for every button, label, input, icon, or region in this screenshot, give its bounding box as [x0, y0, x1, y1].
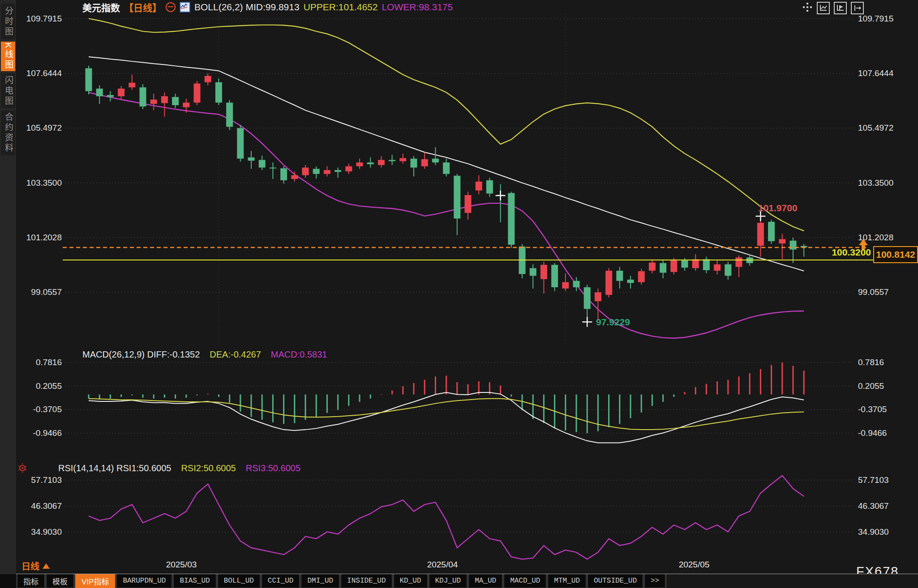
tab-kd-ud[interactable]: KD_UD — [394, 574, 428, 588]
period-tag[interactable]: 【日线】 — [124, 0, 162, 14]
last-price-box[interactable]: 100.8142 — [873, 246, 918, 263]
rsi-alarm-icon[interactable] — [17, 463, 28, 475]
boll-lower-label: LOWER:98.3175 — [382, 2, 453, 13]
sidebar-item-label: K线图 — [3, 43, 13, 71]
tab-dmi-ud[interactable]: DMI_UD — [301, 574, 339, 588]
swing-high-label: 101.9700 — [758, 203, 798, 213]
macd-header: MACD(26,12,9) DIFF:-0.1352 DEA:-0.4267 M… — [82, 349, 327, 360]
macd-axis-tick-right: 0.7816 — [858, 358, 907, 367]
macd-axis-tick-right: -0.9466 — [858, 428, 907, 438]
main-axis-tick-left: 107.6444 — [13, 68, 62, 78]
main-axis-tick-right: 103.3500 — [858, 178, 907, 188]
alert-line-label: 100.3200 — [802, 247, 871, 258]
chevron-up-icon — [43, 563, 50, 569]
rsi-axis-tick-right: 34.9030 — [858, 527, 907, 537]
last-price-value: 100.8142 — [876, 249, 915, 260]
main-axis-tick-right: 101.2028 — [858, 233, 907, 243]
main-axis-tick-left: 105.4972 — [13, 123, 62, 133]
main-axis-tick-right: 99.0557 — [858, 287, 907, 297]
tab-bias-ud[interactable]: BIAS_UD — [173, 574, 216, 588]
main-axis-tick-left: 103.3500 — [13, 178, 62, 188]
tab-macd-ud[interactable]: MACD_UD — [504, 574, 546, 588]
tab-指标[interactable]: 指标 — [17, 574, 45, 588]
pane-exit-icon[interactable] — [851, 2, 864, 14]
tab-outside-ud[interactable]: OUTSIDE_UD — [588, 574, 643, 588]
x-axis-label: 2025/04 — [418, 560, 467, 570]
indicator-tab-bar: 指标模板VIP指标BARUPDN_UDBIAS_UDBOLL_UDCCI_UDD… — [16, 574, 918, 588]
tab-ma-ud[interactable]: MA_UD — [468, 574, 502, 588]
tab-bar-filler — [667, 574, 918, 588]
period-selector-label: 日线 — [21, 559, 39, 572]
main-axis-tick-left: 99.0557 — [13, 287, 62, 297]
macd-value-label: MACD:0.5831 — [271, 349, 327, 360]
main-axis-tick-right: 107.6444 — [858, 68, 907, 78]
flag-chart-icon[interactable] — [834, 2, 847, 14]
macd-diff-label: MACD(26,12,9) DIFF:-0.1352 — [82, 349, 200, 360]
tab-模板[interactable]: 模板 — [46, 574, 74, 588]
macd-axis-tick-right: -0.3705 — [858, 405, 907, 414]
mini-line-chart-icon[interactable] — [180, 2, 190, 13]
rsi-axis-tick-right: 46.3067 — [858, 501, 907, 511]
tab-mtm-ud[interactable]: MTM_UD — [548, 574, 586, 588]
symbol-title: 美元指数 — [82, 0, 120, 14]
app-root: 分时图 K线图 闪电图 合约资料 美元指数 【日线】 BOLL(26,2) MI… — [0, 0, 918, 588]
bottom-left-corner — [0, 574, 16, 588]
rsi1-label: RSI(14,14,14) RSI1:50.6005 — [58, 463, 171, 473]
rsi-axis-tick-right: 57.7103 — [858, 475, 907, 485]
chart-header: 美元指数 【日线】 BOLL(26,2) MID:99.8913 UPPER:1… — [82, 1, 453, 13]
sidebar-item-label: 分时图 — [3, 6, 13, 37]
x-axis-label: 2025/03 — [157, 560, 206, 570]
main-axis-tick-left: 109.7915 — [13, 14, 62, 24]
period-selector[interactable]: 日线 — [21, 559, 50, 572]
macd-dea-label: DEA:-0.4267 — [210, 349, 261, 360]
zoom-out-circle-icon[interactable] — [166, 2, 176, 12]
tab--[interactable]: >> — [644, 574, 665, 588]
tab-vip指标[interactable]: VIP指标 — [75, 574, 115, 588]
rsi2-label: RSI2:50.6005 — [181, 463, 236, 473]
rsi-header: RSI(14,14,14) RSI1:50.6005 RSI2:50.6005 … — [58, 463, 300, 473]
tab-cci-ud[interactable]: CCI_UD — [262, 574, 300, 588]
chart-toolbar — [802, 2, 864, 14]
main-axis-tick-right: 109.7915 — [858, 14, 907, 24]
sidebar-item-label: 合约资料 — [3, 112, 13, 153]
rsi-axis-tick-left: 57.7103 — [13, 475, 62, 485]
sidebar-item-kline-chart[interactable]: K线图 — [1, 42, 15, 71]
sidebar-item-label: 闪电图 — [3, 76, 13, 107]
axes-chart-icon[interactable] — [817, 2, 830, 14]
boll-upper-label: UPPER:101.4652 — [304, 2, 378, 13]
x-axis-label: 2025/05 — [669, 560, 719, 570]
move-crosshair-icon[interactable] — [802, 2, 813, 13]
main-axis-tick-right: 105.4972 — [858, 123, 907, 133]
macd-axis-tick-left: 0.7816 — [13, 358, 62, 367]
macd-axis-tick-right: 0.2055 — [858, 381, 907, 391]
tab-barupdn-ud[interactable]: BARUPDN_UD — [116, 574, 172, 588]
sidebar-item-flash-chart[interactable]: 闪电图 — [1, 73, 15, 108]
rsi-axis-tick-left: 46.3067 — [13, 501, 62, 511]
tab-boll-ud[interactable]: BOLL_UD — [218, 574, 260, 588]
tab-inside-ud[interactable]: INSIDE_UD — [341, 574, 392, 588]
main-axis-tick-left: 101.2028 — [13, 233, 62, 243]
swing-low-label: 97.9229 — [596, 317, 630, 328]
rsi-axis-tick-left: 34.9030 — [13, 527, 62, 537]
tab-kdj-ud[interactable]: KDJ_UD — [429, 574, 468, 588]
boll-indicator-label: BOLL(26,2) MID:99.8913 — [194, 2, 300, 13]
macd-axis-tick-left: -0.9466 — [13, 428, 62, 438]
macd-axis-tick-left: -0.3705 — [13, 405, 62, 414]
rsi3-label: RSI3:50.6005 — [246, 463, 300, 473]
macd-axis-tick-left: 0.2055 — [13, 381, 62, 391]
chart-canvas[interactable] — [0, 0, 918, 588]
